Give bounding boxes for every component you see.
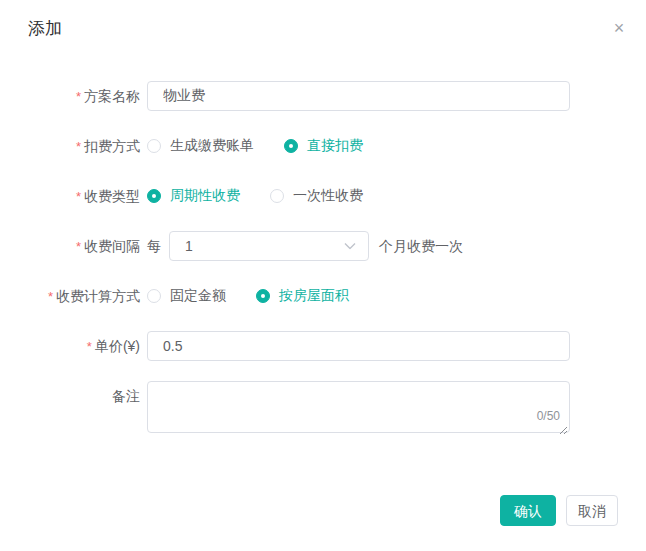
radio-by-house-area[interactable]: 按房屋面积 <box>256 287 349 305</box>
radio-unselected-icon <box>270 189 284 203</box>
confirm-button[interactable]: 确认 <box>500 495 556 526</box>
form-row-deduct-method: *扣费方式 生成缴费账单 直接扣费 <box>0 131 646 161</box>
remark-label: 备注 <box>0 381 140 411</box>
interval-select-value: 1 <box>185 238 193 254</box>
interval-prefix-text: 每 <box>147 231 161 261</box>
radio-periodic-charge[interactable]: 周期性收费 <box>147 187 240 205</box>
required-asterisk: * <box>48 289 53 304</box>
unit-price-input[interactable] <box>147 331 570 361</box>
required-asterisk: * <box>76 189 81 204</box>
dialog-header: 添加 <box>0 0 646 39</box>
dialog-footer: 确认 取消 <box>500 495 618 526</box>
charge-type-label: *收费类型 <box>0 181 140 212</box>
deduct-method-radio-group: 生成缴费账单 直接扣费 <box>147 131 570 161</box>
required-asterisk: * <box>76 89 81 104</box>
add-form: *方案名称 *扣费方式 生成缴费账单 直接扣费 <box>0 81 646 433</box>
charge-type-radio-group: 周期性收费 一次性收费 <box>147 181 570 211</box>
required-asterisk: * <box>76 139 81 154</box>
form-row-charge-type: *收费类型 周期性收费 一次性收费 <box>0 181 646 211</box>
radio-unselected-icon <box>147 289 161 303</box>
dialog-title: 添加 <box>28 19 62 38</box>
interval-suffix-text: 个月收费一次 <box>379 231 463 261</box>
form-row-charge-interval: *收费间隔 每 1 个月收费一次 <box>0 231 646 261</box>
radio-generate-bill[interactable]: 生成缴费账单 <box>147 137 254 155</box>
remark-textarea[interactable] <box>147 381 570 433</box>
radio-fixed-amount[interactable]: 固定金额 <box>147 287 226 305</box>
required-asterisk: * <box>87 339 92 354</box>
plan-name-input[interactable] <box>147 81 570 111</box>
close-icon[interactable]: × <box>608 17 630 39</box>
radio-direct-deduct[interactable]: 直接扣费 <box>284 137 363 155</box>
chevron-down-icon <box>344 243 356 250</box>
radio-onetime-charge[interactable]: 一次性收费 <box>270 187 363 205</box>
form-row-calc-method: *收费计算方式 固定金额 按房屋面积 <box>0 281 646 311</box>
form-row-unit-price: *单价(¥) <box>0 331 646 361</box>
radio-selected-icon <box>284 139 298 153</box>
add-dialog: 添加 × *方案名称 *扣费方式 生成缴费账单 <box>0 0 646 551</box>
radio-unselected-icon <box>147 139 161 153</box>
interval-select[interactable]: 1 <box>169 231 369 261</box>
calc-method-label: *收费计算方式 <box>0 281 140 312</box>
calc-method-radio-group: 固定金额 按房屋面积 <box>147 281 570 311</box>
deduct-method-label: *扣费方式 <box>0 131 140 162</box>
unit-price-label: *单价(¥) <box>0 331 140 362</box>
charge-interval-label: *收费间隔 <box>0 231 140 262</box>
form-row-remark: 备注 0/50 <box>0 381 646 433</box>
cancel-button[interactable]: 取消 <box>566 495 618 526</box>
form-row-plan-name: *方案名称 <box>0 81 646 111</box>
radio-selected-icon <box>147 189 161 203</box>
plan-name-label: *方案名称 <box>0 81 140 112</box>
required-asterisk: * <box>76 239 81 254</box>
radio-selected-icon <box>256 289 270 303</box>
